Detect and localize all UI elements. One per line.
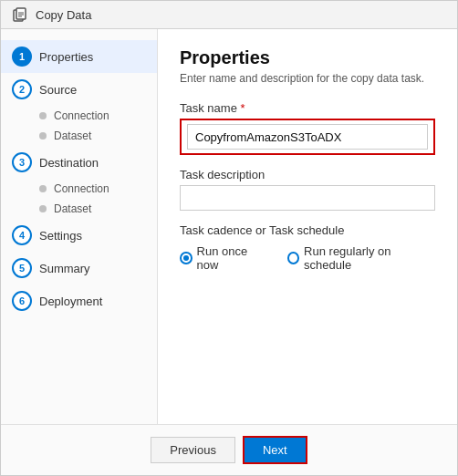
sidebar-label-deployment: Deployment — [39, 295, 102, 308]
copy-data-icon — [12, 6, 28, 23]
radio-circle-run-once — [180, 252, 193, 264]
radio-circle-run-schedule — [287, 252, 300, 264]
task-name-label: Task name * — [180, 101, 435, 115]
sidebar-label-source: Source — [39, 83, 77, 97]
sub-dot-source-dataset — [39, 132, 47, 140]
sidebar-item-settings[interactable]: 4 Settings — [1, 219, 157, 252]
nav-circle-properties: 1 — [12, 47, 32, 67]
footer: Previous Next — [1, 424, 457, 475]
sidebar-sub-label-dest-connection: Connection — [54, 182, 109, 195]
previous-button[interactable]: Previous — [151, 437, 235, 463]
sidebar-sub-source-dataset[interactable]: Dataset — [1, 126, 157, 146]
radio-group-cadence: Run once now Run regularly on schedule — [180, 244, 435, 272]
nav-circle-settings: 4 — [12, 225, 32, 245]
sidebar: 1 Properties 2 Source Connection Dataset… — [1, 29, 158, 424]
cadence-group: Task cadence or Task schedule Run once n… — [180, 223, 435, 272]
task-name-highlighted-box — [180, 119, 435, 155]
task-desc-input[interactable] — [180, 185, 435, 211]
sidebar-item-properties[interactable]: 1 Properties — [1, 40, 157, 73]
main-layout: 1 Properties 2 Source Connection Dataset… — [1, 29, 457, 424]
sidebar-sub-label-dest-dataset: Dataset — [54, 202, 91, 215]
content-area: Properties Enter name and description fo… — [158, 29, 457, 424]
radio-run-schedule[interactable]: Run regularly on schedule — [287, 244, 435, 272]
sidebar-item-destination[interactable]: 3 Destination — [1, 146, 157, 179]
radio-run-schedule-label: Run regularly on schedule — [304, 244, 435, 272]
required-marker: * — [237, 101, 245, 115]
radio-run-once[interactable]: Run once now — [180, 244, 269, 272]
app-title: Copy Data — [36, 8, 91, 22]
cadence-label: Task cadence or Task schedule — [180, 223, 435, 237]
top-bar: Copy Data — [1, 1, 457, 29]
sidebar-item-summary[interactable]: 5 Summary — [1, 252, 157, 285]
sidebar-sub-source-connection[interactable]: Connection — [1, 106, 157, 126]
nav-circle-deployment: 6 — [12, 291, 32, 311]
sub-dot-source-connection — [39, 112, 47, 119]
nav-circle-destination: 3 — [12, 152, 32, 172]
sidebar-sub-label-source-dataset: Dataset — [54, 129, 91, 142]
sidebar-label-properties: Properties — [39, 50, 93, 64]
sidebar-sub-dest-connection[interactable]: Connection — [1, 179, 157, 199]
page-subtitle: Enter name and description for the copy … — [180, 72, 435, 85]
sidebar-label-summary: Summary — [39, 262, 90, 275]
next-button[interactable]: Next — [243, 436, 307, 464]
sidebar-sub-label-source-connection: Connection — [54, 109, 109, 122]
radio-run-once-label: Run once now — [197, 244, 269, 272]
sidebar-label-settings: Settings — [39, 229, 82, 243]
task-desc-label: Task description — [180, 168, 435, 181]
sub-dot-dest-dataset — [39, 205, 47, 212]
sidebar-item-source[interactable]: 2 Source — [1, 73, 157, 106]
sidebar-item-deployment[interactable]: 6 Deployment — [1, 285, 157, 317]
task-name-group: Task name * — [180, 101, 435, 155]
task-name-input[interactable] — [187, 124, 428, 150]
sidebar-label-destination: Destination — [39, 156, 99, 170]
page-title: Properties — [180, 47, 435, 68]
task-desc-group: Task description — [180, 168, 435, 211]
sub-dot-dest-connection — [39, 185, 47, 192]
sidebar-sub-dest-dataset[interactable]: Dataset — [1, 199, 157, 219]
nav-circle-summary: 5 — [12, 258, 32, 278]
svg-rect-1 — [16, 8, 26, 19]
nav-circle-source: 2 — [12, 79, 32, 99]
